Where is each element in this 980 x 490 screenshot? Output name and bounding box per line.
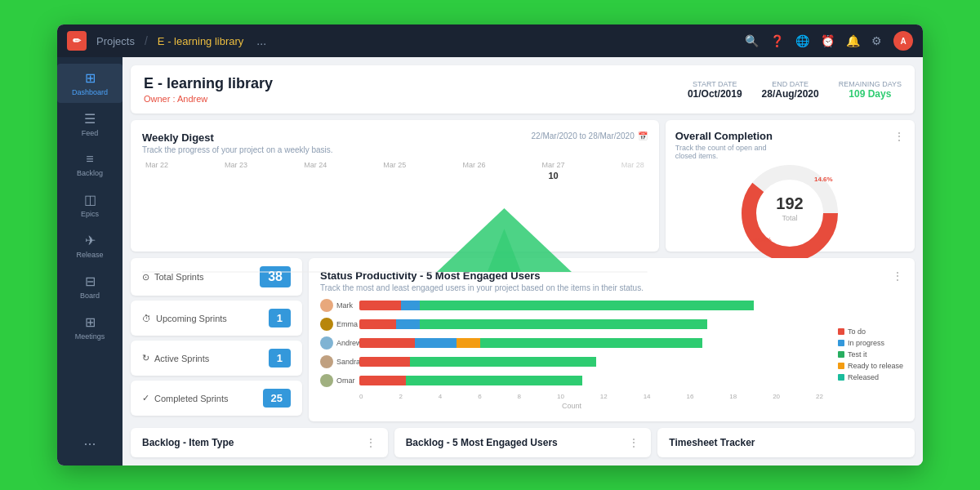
sp-more[interactable]: ⋮ [892,270,903,283]
top-nav: ✏ Projects / E - learning library ... 🔍 … [57,24,923,57]
completed-sprints-icon: ✓ [142,393,149,403]
sidebar-item-epics[interactable]: ◫ Epics [57,185,122,225]
oc-more[interactable]: ⋮ [893,130,905,143]
seg-released [420,301,754,310]
upcoming-sprints-count: 1 [269,309,291,327]
sidebar-label-board: Board [80,292,100,300]
upcoming-sprints-icon: ⏱ [142,314,151,323]
oc-title: Overall Completion [675,130,790,142]
backlog-engaged-users-title: Backlog - 5 Most Engaged Users [406,437,558,448]
calendar-icon[interactable]: 📅 [638,131,648,140]
omar-avatar [320,374,333,387]
overall-completion-widget: Overall Completion Track the count of op… [666,120,915,252]
project-dates: Start Date 01/Oct/2019 End Date 28/Aug/2… [688,80,902,100]
bar-users: Mark [320,299,823,410]
released-legend-sq [838,374,844,381]
release-icon: ✈ [85,233,96,248]
andrew-avatar [320,336,333,350]
search-icon[interactable]: 🔍 [745,34,759,47]
mark-avatar [320,299,333,312]
weekly-date-range: 22/Mar/2020 to 28/Mar/2020 📅 [532,131,648,140]
help-icon[interactable]: ❓ [770,34,784,47]
svg-text:85.4%: 85.4% [753,236,772,243]
sandra-avatar [320,355,333,368]
sprints-column: ⊙ Total Sprints 38 ⏱ Upcoming Sprints 1 [131,258,302,421]
donut-chart: 192 Total 14.6% 85.4% [675,160,905,266]
sidebar-item-meetings[interactable]: ⊞ Meetings [57,308,122,347]
current-project-label[interactable]: E - learning library [158,35,244,47]
app-logo: ✏ [67,31,87,51]
sidebar-item-feed[interactable]: ☰ Feed [57,105,122,144]
bar-row-omar: Omar [320,374,823,387]
seg-inprogress [401,301,420,310]
bell-icon[interactable]: 🔔 [846,34,860,47]
bar-legend: To do In progress Test it Ready to relea… [831,299,903,410]
backlog-engaged-more[interactable]: ⋮ [628,436,639,449]
project-header: E - learning library Owner : Andrew Star… [131,65,915,114]
sidebar-label-feed: Feed [82,129,99,137]
sidebar-item-board[interactable]: ⊟ Board [57,267,122,306]
status-productivity-widget: Status Productivity - 5 Most Engaged Use… [309,258,915,421]
dashboard-icon: ⊞ [85,70,96,86]
remaining-days: Remaining Days 109 Days [839,80,902,100]
x-axis-title: Count [320,402,823,410]
bar-row-emma: Emma [320,318,823,331]
end-date: End Date 28/Aug/2020 [762,80,819,100]
project-more-dots[interactable]: ... [256,34,266,47]
board-icon: ⊟ [85,274,96,289]
backlog-engaged-users-card: Backlog - 5 Most Engaged Users ⋮ [394,428,652,457]
weekly-digest-widget: Weekly Digest Track the progress of your… [131,120,659,252]
sidebar-item-backlog[interactable]: ≡ Backlog [57,145,122,184]
ready-legend-sq [838,363,844,369]
bar-row-andrew: Andrew [320,336,823,350]
globe-icon[interactable]: 🌐 [795,34,809,47]
completed-sprints-card[interactable]: ✓ Completed Sprints 25 [131,381,302,416]
emma-avatar [320,318,333,331]
day-labels: Mar 22 Mar 23 Mar 24 Mar 25 Mar 26 Mar 2… [142,161,648,180]
testit-legend-sq [838,351,844,358]
weekly-digest-title: Weekly Digest [142,131,333,144]
sidebar-item-release[interactable]: ✈ Release [57,226,122,265]
user-avatar[interactable]: A [893,31,913,51]
svg-text:Total: Total [782,214,798,222]
svg-text:192: 192 [777,194,804,212]
start-date: Start Date 01/Oct/2019 [688,80,742,100]
completed-sprints-count: 25 [263,389,291,408]
timesheet-tracker-card: Timesheet Tracker [657,428,915,457]
backlog-icon: ≡ [86,152,93,167]
sidebar-label-release: Release [76,251,103,259]
sidebar-more[interactable]: ··· [77,429,102,459]
feed-icon: ☰ [84,111,96,127]
backlog-item-type-title: Backlog - Item Type [142,437,234,448]
settings-icon[interactable]: ⚙ [871,34,882,47]
backlog-item-type-card: Backlog - Item Type ⋮ [131,428,388,457]
project-title: E - learning library [144,75,273,92]
inprogress-legend-sq [838,340,844,346]
sidebar: ⊞ Dashboard ☰ Feed ≡ Backlog ◫ Epics ✈ R… [57,57,122,466]
svg-text:14.6%: 14.6% [814,176,833,183]
weekly-digest-subtitle: Track the progress of your project on a … [142,145,333,154]
active-sprints-icon: ↻ [142,353,149,363]
x-axis-labels: 0246810121416182022 [320,393,823,400]
projects-label[interactable]: Projects [96,35,135,47]
sidebar-label-epics: Epics [81,210,99,218]
timesheet-tracker-title: Timesheet Tracker [669,437,755,448]
weekly-chart-svg [142,184,648,274]
sp-subtitle: Track the most and least engaged users i… [320,283,644,292]
clock-icon[interactable]: ⏰ [821,34,835,47]
bar-chart: Mark [320,299,903,410]
sidebar-label-backlog: Backlog [77,169,103,177]
upcoming-sprints-label: Upcoming Sprints [156,314,227,323]
active-sprints-card[interactable]: ↻ Active Sprints 1 [131,341,302,376]
active-sprints-label: Active Sprints [154,354,209,363]
bar-row-sandra: Sandra [320,355,823,368]
sidebar-item-dashboard[interactable]: ⊞ Dashboard [57,64,122,103]
upcoming-sprints-card[interactable]: ⏱ Upcoming Sprints 1 [131,301,302,336]
backlog-item-type-more[interactable]: ⋮ [365,436,376,449]
bar-row-mark: Mark [320,299,823,312]
top-nav-actions: 🔍 ❓ 🌐 ⏰ 🔔 ⚙ A [745,31,913,51]
sidebar-label-dashboard: Dashboard [72,88,108,96]
oc-subtitle: Track the count of open and closed items… [675,144,790,160]
completed-sprints-label: Completed Sprints [154,394,229,403]
todo-legend-sq [838,328,844,335]
